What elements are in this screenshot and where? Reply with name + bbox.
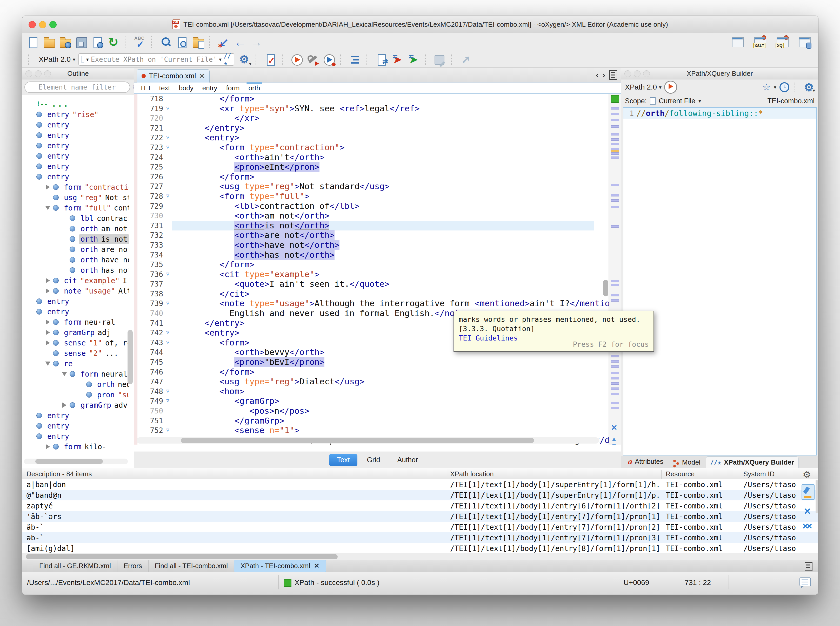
outline-row-form[interactable]: formneu·ral [22, 317, 129, 327]
breadcrumb-item-body[interactable]: body [179, 84, 193, 92]
code-line[interactable]: 749▽<gramGrp> [134, 396, 594, 406]
execute-xpath-button[interactable] [664, 81, 677, 94]
column-header-resource[interactable]: Resource [666, 470, 694, 478]
result-marker[interactable] [611, 113, 619, 115]
expand-arrow-icon[interactable] [42, 319, 53, 325]
code-line[interactable]: 735</form> [134, 260, 594, 270]
expression-line[interactable]: 1 //orth/following-sibling::* [623, 108, 816, 119]
breadcrumb-item-orth[interactable]: orth [248, 84, 260, 92]
result-marker[interactable] [611, 194, 619, 196]
outline-row-cit[interactable]: cit"example"I ain't seen it. [22, 275, 129, 286]
find-icon[interactable] [159, 35, 173, 49]
code-line[interactable]: 738</cit> [134, 289, 594, 299]
outline-row-re[interactable]: re [22, 358, 129, 369]
back-icon[interactable]: ← [234, 35, 247, 49]
result-row[interactable]: @"band@n/TEI[1]/text[1]/body[1]/superEnt… [22, 490, 818, 501]
code-line[interactable]: 733<orth>have not</orth> [134, 240, 594, 250]
code-line[interactable]: 737<quote>I ain't seen it.</quote> [134, 279, 594, 289]
outline-row-entry[interactable]: entry [22, 431, 129, 441]
scope-value[interactable]: Current File [659, 97, 696, 105]
breadcrumb-item-form[interactable]: form [226, 84, 240, 92]
code-line[interactable]: 728▽<form type="full"> [134, 191, 594, 201]
outline-row-entry[interactable]: entry [22, 172, 129, 182]
result-marker[interactable] [611, 206, 619, 208]
code-line[interactable]: 721</entry> [134, 123, 594, 133]
remove-all-results-icon[interactable]: ✕✕ [802, 522, 810, 531]
expand-arrow-icon[interactable] [42, 278, 53, 283]
result-marker[interactable] [611, 152, 619, 155]
editor-list-icon[interactable] [609, 70, 617, 80]
compare-arrow-icon[interactable]: ➚ [459, 53, 473, 66]
fold-toggle-icon[interactable]: ▽ [164, 103, 171, 113]
expand-arrow-icon[interactable] [42, 340, 53, 346]
xpath-favorites-icon[interactable]: //★ [224, 52, 231, 67]
xslt-debugger-icon[interactable]: XSLT [753, 35, 767, 49]
code-line[interactable]: 732<orth>are not</orth> [134, 230, 594, 240]
result-marker[interactable] [611, 382, 619, 385]
outline-row-form[interactable]: form"contraction" [22, 182, 129, 192]
configure-transformation-icon[interactable] [306, 53, 319, 66]
result-row[interactable]: zaptyé/TEI[1]/text[1]/body[1]/entry[6]/f… [22, 501, 818, 511]
outline-row-entry[interactable]: entry [22, 410, 129, 421]
expand-arrow-icon[interactable] [42, 206, 53, 210]
close-tab-icon[interactable]: ✕ [199, 72, 205, 80]
outline-row-gramGrp[interactable]: gramGrpadv [22, 400, 129, 410]
result-marker[interactable] [611, 372, 619, 374]
ruler-navigation-icons[interactable]: ▲▼ [611, 435, 617, 444]
outline-row-entry[interactable]: entry [22, 421, 129, 431]
feedback-chat-icon[interactable] [799, 577, 811, 586]
code-line[interactable]: 748▽<hom> [134, 387, 594, 397]
code-line[interactable]: 747<usg type="reg">Dialect</usg> [134, 377, 594, 387]
result-marker[interactable] [611, 360, 619, 363]
last-edit-icon[interactable]: ↙ [217, 35, 231, 49]
result-marker[interactable] [611, 138, 619, 141]
outline-row-orth[interactable]: orthare not [22, 244, 129, 255]
run-icon[interactable] [290, 53, 303, 66]
settings-gear-icon[interactable]: ⚙ [237, 53, 251, 66]
find-resource-icon[interactable] [191, 35, 205, 49]
debug-transformation-icon[interactable] [322, 53, 336, 66]
find-in-files-icon[interactable] [175, 35, 188, 49]
result-marker[interactable] [611, 199, 619, 202]
outline-vertical-scrollbar[interactable] [127, 330, 133, 384]
expand-arrow-icon[interactable] [42, 185, 53, 190]
bottom-tab-errors[interactable]: Errors [118, 560, 149, 572]
expand-arrow-icon[interactable] [59, 402, 70, 408]
expand-arrow-icon[interactable] [42, 330, 53, 335]
code-line[interactable]: 730<orth>am not</orth> [134, 211, 594, 221]
spell-check-icon[interactable] [133, 35, 146, 49]
result-marker[interactable] [611, 377, 619, 379]
outline-row-entry[interactable]: entry [22, 296, 129, 307]
result-marker[interactable] [611, 365, 619, 368]
fold-toggle-icon[interactable]: ▽ [164, 386, 171, 396]
fold-toggle-icon[interactable]: ▽ [164, 269, 171, 279]
mode-tab-grid[interactable]: Grid [359, 454, 388, 466]
indent-lines-icon[interactable] [348, 53, 362, 66]
tab-model[interactable]: Model [669, 457, 705, 468]
xpath-engine-dropdown[interactable]: XPath 2.0 ▾ [39, 55, 75, 64]
builder-settings-gear-icon[interactable]: ⚙ [803, 81, 815, 93]
breadcrumb-item-entry[interactable]: entry [203, 84, 217, 92]
save-as-url-icon[interactable] [90, 35, 104, 49]
favorites-star-icon[interactable]: ☆ [762, 82, 771, 93]
results-horizontal-scrollbar[interactable] [22, 553, 818, 560]
code-line[interactable]: 734<orth>has not</orth> [134, 250, 594, 260]
result-marker[interactable] [611, 280, 619, 282]
expand-arrow-icon[interactable] [42, 362, 53, 366]
code-line[interactable]: 727<usg type="reg">Not standard</usg> [134, 182, 594, 191]
mode-tab-text[interactable]: Text [329, 454, 358, 466]
column-header-xpath-location[interactable]: XPath location [450, 470, 494, 478]
validate-icon[interactable] [264, 53, 277, 66]
outline-row-usg[interactable]: usg"reg"Not standard [22, 192, 129, 203]
tab-xpath-xquery-builder[interactable]: //★XPath/XQuery Builder [706, 457, 799, 468]
xpath-expression-combo[interactable]: ▾ Execute XPath on 'Current File' ▾ //★ [79, 53, 234, 66]
code-line[interactable]: 719▽<xr type="syn">SYN. see <ref>legal</… [134, 104, 594, 114]
column-header-description[interactable]: Description - 84 items [27, 470, 92, 478]
bottom-tab-xpath-tei-combo-xml[interactable]: XPath - TEI-combo.xml✕ [234, 560, 326, 572]
clear-highlights-icon[interactable]: ✕ [611, 423, 617, 432]
outline-row-note[interactable]: note"usage"Although [22, 286, 129, 296]
result-row[interactable]: əb-`/TEI[1]/text[1]/body[1]/entry[7]/for… [22, 532, 818, 543]
history-clock-icon[interactable] [779, 82, 789, 92]
editor-horizontal-scrollbar[interactable] [137, 437, 599, 444]
column-header-system-id[interactable]: System ID [743, 470, 774, 478]
